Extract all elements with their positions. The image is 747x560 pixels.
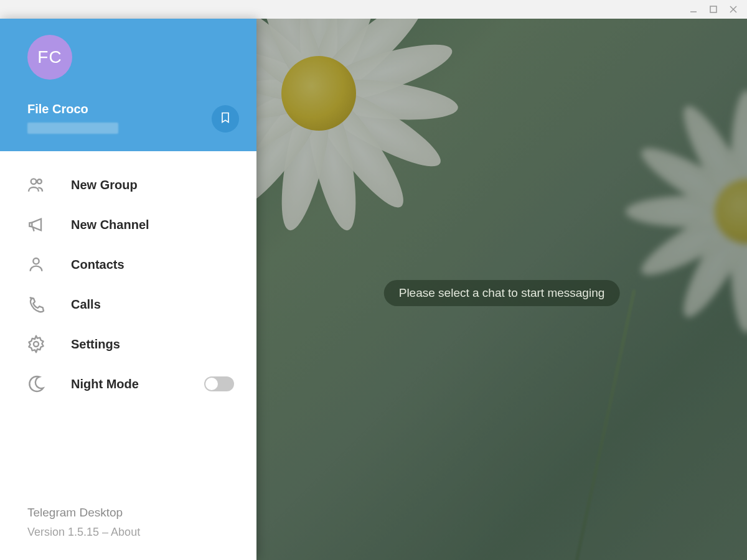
- menu-item-new-group[interactable]: New Group: [0, 165, 256, 205]
- drawer-footer: Telegram Desktop Version 1.5.15 – About: [0, 506, 256, 560]
- saved-messages-button[interactable]: [212, 105, 239, 133]
- menu-item-settings[interactable]: Settings: [0, 324, 256, 364]
- menu-label: Night Mode: [71, 377, 139, 391]
- menu-list: New Group New Channel Contacts Calls: [0, 151, 256, 506]
- user-name: File Croco: [27, 102, 239, 116]
- night-mode-toggle[interactable]: [204, 376, 234, 391]
- menu-item-contacts[interactable]: Contacts: [0, 245, 256, 284]
- avatar-initials: FC: [37, 47, 62, 67]
- drawer-header: FC File Croco: [0, 19, 256, 151]
- svg-point-6: [33, 258, 39, 264]
- phone-number-redacted: [27, 123, 118, 134]
- person-icon: [25, 253, 47, 276]
- svg-point-4: [31, 179, 37, 184]
- avatar[interactable]: FC: [27, 35, 72, 80]
- window-close-button[interactable]: [725, 2, 742, 16]
- bookmark-icon: [219, 111, 232, 126]
- menu-label: Contacts: [71, 258, 125, 272]
- menu-label: New Channel: [71, 218, 149, 232]
- chat-area: Please select a chat to start messaging: [256, 19, 747, 560]
- menu-item-night-mode[interactable]: Night Mode: [0, 364, 256, 404]
- menu-item-new-channel[interactable]: New Channel: [0, 205, 256, 245]
- menu-label: Calls: [71, 297, 101, 312]
- menu-label: Settings: [71, 337, 120, 352]
- app-version-about[interactable]: Version 1.5.15 – About: [27, 526, 256, 539]
- moon-icon: [25, 373, 47, 395]
- app-body: FC File Croco New Group New C: [0, 19, 747, 560]
- window-minimize-button[interactable]: [685, 2, 702, 16]
- svg-rect-1: [710, 6, 716, 12]
- gear-icon: [25, 333, 47, 355]
- svg-point-7: [34, 342, 39, 347]
- titlebar: [0, 0, 747, 19]
- menu-item-calls[interactable]: Calls: [0, 284, 256, 324]
- svg-point-5: [37, 179, 42, 184]
- group-icon: [25, 174, 47, 196]
- menu-drawer: FC File Croco New Group New C: [0, 19, 256, 560]
- megaphone-icon: [25, 213, 47, 236]
- menu-label: New Group: [71, 178, 138, 192]
- app-name: Telegram Desktop: [27, 506, 256, 520]
- window-maximize-button[interactable]: [705, 2, 722, 16]
- empty-chat-placeholder: Please select a chat to start messaging: [384, 280, 620, 306]
- phone-icon: [25, 293, 47, 315]
